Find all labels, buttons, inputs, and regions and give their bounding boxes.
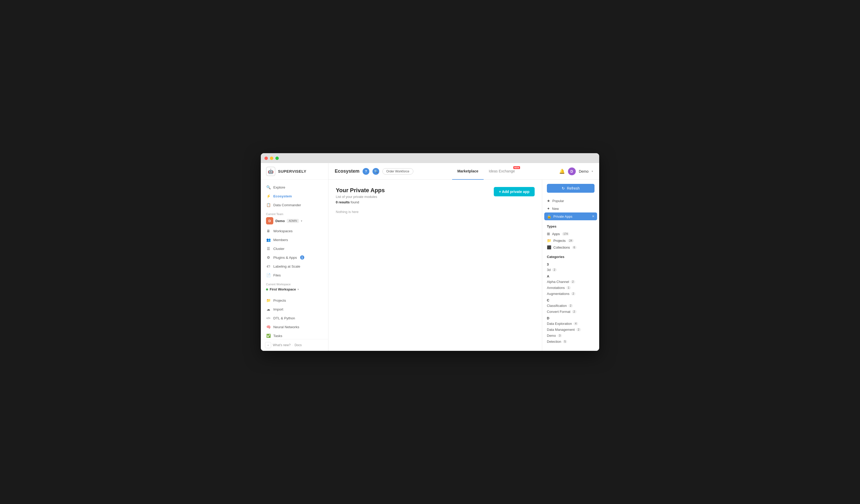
- user-menu-chevron-icon[interactable]: ▾: [592, 170, 593, 173]
- team-avatar: D: [266, 217, 273, 224]
- team-chevron-icon[interactable]: ▾: [301, 220, 302, 222]
- nothing-here-text: Nothing is here: [336, 210, 535, 214]
- cat-data-exploration-label: Data Exploration: [547, 322, 572, 326]
- types-section-title: Types: [547, 224, 594, 228]
- cat-classification-label: Classification: [547, 304, 567, 308]
- popular-label: Popular: [552, 199, 564, 203]
- sidebar-item-members[interactable]: 👥 Members: [261, 235, 328, 244]
- projects-count: 24: [568, 239, 574, 242]
- results-count: 0 results found: [336, 200, 385, 204]
- workspace-section: Current Workspace First Workspace ▾: [261, 280, 328, 296]
- cat-letter-c: C: [547, 297, 594, 303]
- sidebar-item-explore[interactable]: 🔍 Explore: [261, 183, 328, 192]
- sidebar-item-data-commander[interactable]: 📋 Data Commander: [261, 201, 328, 209]
- user-name[interactable]: Demo: [579, 169, 588, 174]
- type-collections[interactable]: ⬛ Collections 6: [547, 244, 594, 251]
- members-label: Members: [273, 238, 288, 242]
- cat-3d-label: 3d: [547, 268, 550, 272]
- cat-data-exploration-count: 4: [573, 322, 578, 325]
- explore-label: Explore: [273, 186, 285, 189]
- new-badge: NEW: [513, 166, 520, 169]
- apps-count: 174: [562, 232, 570, 236]
- type-apps[interactable]: ⊞ Apps 174: [547, 231, 594, 237]
- plugins-badge: 1: [300, 255, 304, 260]
- tab-marketplace[interactable]: Marketplace: [452, 163, 484, 180]
- filter-close-btn[interactable]: ✕: [592, 214, 594, 218]
- collections-count: 6: [572, 246, 577, 249]
- collapse-sidebar-btn[interactable]: ‹: [265, 342, 271, 348]
- page-title: Ecosystem: [335, 168, 359, 174]
- sidebar-item-workspaces[interactable]: 🖥 Workspaces: [261, 226, 328, 235]
- filter-popular[interactable]: ★ Popular: [547, 197, 594, 205]
- logo-area: 🤖 SUPERVISELY: [261, 163, 328, 180]
- whats-new-link[interactable]: What's new?: [273, 343, 290, 347]
- cat-3d[interactable]: 3d 2: [547, 267, 594, 273]
- cluster-label: Cluster: [273, 247, 285, 251]
- help-button[interactable]: ?: [362, 168, 369, 175]
- cat-convert-format[interactable]: Convert Format 2: [547, 309, 594, 315]
- minimize-btn[interactable]: [270, 157, 273, 160]
- files-icon: 📄: [266, 273, 271, 278]
- team-row: D Demo ADMIN ▾: [266, 217, 323, 224]
- filter-new[interactable]: ✦ New: [547, 205, 594, 212]
- neural-label: Neural Networks: [273, 325, 299, 329]
- cat-annotations[interactable]: Annotations 1: [547, 285, 594, 291]
- close-btn[interactable]: [264, 157, 268, 160]
- sidebar-item-tasks[interactable]: ✅ Tasks: [261, 331, 328, 339]
- tabs-area: Marketplace Ideas Exchange NEW: [416, 163, 556, 180]
- sidebar-item-neural[interactable]: 🧠 Neural Networks: [261, 323, 328, 331]
- type-projects[interactable]: 📁 Projects 24: [547, 237, 594, 244]
- ecosystem-icon: ⚡: [266, 194, 271, 198]
- cat-detection-label: Detection: [547, 340, 561, 343]
- app-window: 🤖 SUPERVISELY 🔍 Explore ⚡ Ecosystem 📋 Da…: [261, 153, 599, 351]
- sidebar-item-cluster[interactable]: ☰ Cluster: [261, 244, 328, 253]
- app-body: 🤖 SUPERVISELY 🔍 Explore ⚡ Ecosystem 📋 Da…: [261, 163, 599, 351]
- logo-robot-icon: 🤖: [268, 168, 274, 174]
- sidebar-item-dtl[interactable]: </> DTL & Python: [261, 314, 328, 323]
- workspace-status-dot: [266, 288, 268, 291]
- main-content: Your Private Apps List of your private m…: [329, 180, 542, 351]
- workspace-chevron-icon[interactable]: ▾: [298, 288, 299, 291]
- docs-link[interactable]: Docs: [295, 343, 302, 347]
- main-area: Ecosystem ? 🔍 Order Workforce Marketplac…: [329, 163, 599, 351]
- sidebar-item-plugins[interactable]: ⚙ Plugins & Apps 1: [261, 253, 328, 262]
- cat-classification[interactable]: Classification 2: [547, 303, 594, 309]
- cat-data-management-label: Data Management: [547, 328, 575, 331]
- cat-demo-count: 3: [558, 334, 562, 337]
- user-initial: D: [571, 169, 573, 174]
- cat-convert-label: Convert Format: [547, 310, 570, 314]
- sidebar-item-labeling[interactable]: 🏷 Labeling at Scale: [261, 262, 328, 271]
- order-workforce-button[interactable]: Order Workforce: [382, 168, 413, 175]
- cat-data-management[interactable]: Data Management 2: [547, 327, 594, 332]
- tab-ideas[interactable]: Ideas Exchange NEW: [484, 163, 520, 180]
- maximize-btn[interactable]: [275, 157, 279, 160]
- data-commander-icon: 📋: [266, 203, 271, 207]
- cat-alpha-count: 2: [571, 280, 575, 283]
- cat-demo-label: Demo: [547, 333, 556, 338]
- notification-icon[interactable]: 🔔: [559, 168, 565, 174]
- search-button[interactable]: 🔍: [372, 168, 379, 175]
- page-heading: Your Private Apps: [336, 187, 385, 194]
- refresh-button[interactable]: ↻ Refresh: [547, 184, 594, 193]
- collections-type-icon: ⬛: [547, 245, 551, 249]
- sidebar-item-import[interactable]: ☁ Import: [261, 305, 328, 314]
- explore-icon: 🔍: [266, 185, 271, 190]
- cat-detection[interactable]: Detection 5: [547, 339, 594, 345]
- cat-augmentations[interactable]: Augmentations 2: [547, 291, 594, 297]
- projects-icon: 📁: [266, 298, 271, 303]
- sidebar-item-files[interactable]: 📄 Files: [261, 271, 328, 280]
- private-apps-label: Private Apps: [554, 214, 572, 219]
- labeling-label: Labeling at Scale: [273, 265, 300, 268]
- add-private-app-button[interactable]: + Add private app: [494, 187, 535, 196]
- cat-data-exploration[interactable]: Data Exploration 4: [547, 321, 594, 327]
- import-icon: ☁: [266, 307, 271, 312]
- workspace-row[interactable]: First Workspace ▾: [266, 287, 323, 291]
- topbar: Ecosystem ? 🔍 Order Workforce Marketplac…: [329, 163, 599, 180]
- filter-private-apps[interactable]: 🔒 Private Apps ✕: [544, 212, 597, 220]
- sidebar-item-projects[interactable]: 📁 Projects: [261, 296, 328, 305]
- cat-demo[interactable]: Demo 3: [547, 332, 594, 339]
- sidebar-item-ecosystem[interactable]: ⚡ Ecosystem: [261, 192, 328, 201]
- sidebar: 🤖 SUPERVISELY 🔍 Explore ⚡ Ecosystem 📋 Da…: [261, 163, 329, 351]
- cat-alpha-channel[interactable]: Alpha Channel 2: [547, 279, 594, 285]
- cat-annotations-label: Annotations: [547, 286, 565, 290]
